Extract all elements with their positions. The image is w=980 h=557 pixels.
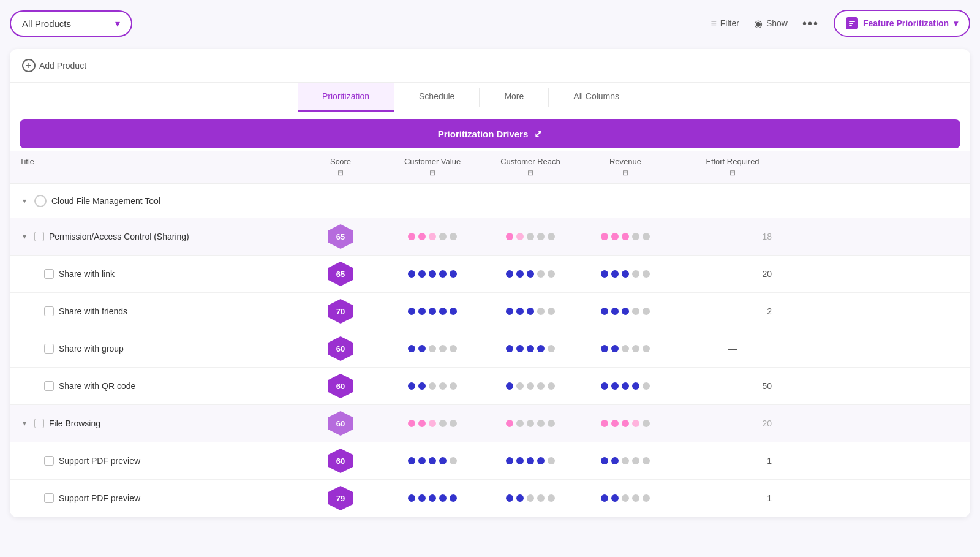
effort-cell: 1: [671, 450, 794, 472]
dot: [516, 457, 524, 464]
effort-filter-icon[interactable]: ⊟: [729, 169, 736, 177]
dot: [506, 345, 513, 352]
customer-value-dots: [383, 382, 481, 390]
tab-schedule[interactable]: Schedule: [394, 83, 479, 112]
dot: [601, 345, 608, 352]
dot: [418, 233, 426, 240]
customer-reach-dots: [481, 308, 579, 315]
dot: [632, 308, 639, 315]
row-checkbox[interactable]: [34, 419, 44, 428]
tab-more[interactable]: More: [480, 83, 548, 112]
revenue-filter-icon[interactable]: ⊟: [622, 169, 628, 177]
child-title-text: Share with QR code: [59, 381, 135, 391]
effort-value: 50: [681, 381, 784, 391]
feature-prioritization-button[interactable]: Feature Prioritization ▾: [834, 10, 970, 37]
table-row: Support PDF preview 60: [10, 442, 970, 480]
customer-value-filter-icon[interactable]: ⊟: [429, 169, 435, 177]
score-badge: 70: [328, 299, 353, 324]
child-title-text: Share with group: [59, 344, 124, 354]
dot: [450, 270, 457, 278]
customer-reach-dots: [481, 457, 579, 464]
row-checkbox[interactable]: [44, 381, 54, 391]
subgroup-title-text: File Browsing: [49, 419, 100, 428]
score-filter-icon[interactable]: ⊟: [337, 169, 344, 177]
customer-reach-dots: [481, 382, 579, 390]
subgroup-title-text: Permission/Access Control (Sharing): [49, 232, 189, 241]
row-checkbox[interactable]: [44, 306, 54, 316]
row-checkbox[interactable]: [44, 456, 54, 466]
score-cell: 79: [298, 480, 383, 517]
expand-icon[interactable]: ▾: [20, 419, 29, 428]
effort-cell: —: [671, 338, 794, 360]
main-content: + Add Product Prioritization Schedule Mo…: [10, 49, 970, 517]
show-label: Show: [766, 18, 788, 28]
dot: [429, 382, 436, 390]
dot: [527, 270, 534, 278]
child-title-text: Support PDF preview: [59, 493, 140, 503]
feature-prioritization-icon: [846, 17, 858, 29]
customer-reach-dots: [481, 233, 579, 240]
dot: [506, 382, 513, 390]
filter-action[interactable]: ≡ Filter: [710, 18, 739, 29]
show-action[interactable]: ◉ Show: [754, 18, 788, 29]
table-row: ▾ Permission/Access Control (Sharing) 65: [10, 218, 970, 256]
revenue-dots: [579, 308, 671, 315]
filter-label: Filter: [720, 18, 739, 28]
dot: [632, 270, 639, 278]
more-button[interactable]: •••: [802, 17, 819, 31]
col-customer-reach-label: Customer Reach: [500, 157, 560, 166]
effort-cell: 1: [671, 487, 794, 509]
app-container: All Products ▾ ≡ Filter ◉ Show •••: [0, 0, 980, 557]
expand-icon[interactable]: ▾: [20, 232, 29, 241]
group-title-text: Cloud File Management Tool: [51, 196, 160, 206]
product-dropdown[interactable]: All Products ▾: [10, 10, 132, 37]
score-badge: 60: [328, 374, 353, 398]
row-checkbox[interactable]: [44, 493, 54, 503]
score-cell: 70: [298, 293, 383, 330]
dot: [527, 420, 534, 427]
dot: [516, 233, 524, 240]
revenue-cell: [579, 195, 671, 207]
dot: [611, 270, 619, 278]
customer-reach-filter-icon[interactable]: ⊟: [527, 169, 533, 177]
dot: [548, 457, 555, 464]
tab-all-columns[interactable]: All Columns: [549, 83, 644, 112]
row-checkbox[interactable]: [44, 344, 54, 354]
dot: [439, 494, 447, 502]
table-row: Support PDF preview 79: [10, 480, 970, 517]
child-title-cell: Share with friends: [10, 300, 298, 322]
customer-reach-cell: [481, 195, 579, 207]
dot: [611, 494, 619, 502]
header: All Products ▾ ≡ Filter ◉ Show •••: [10, 10, 970, 37]
dot: [429, 420, 436, 427]
dot: [601, 420, 608, 427]
expand-icon[interactable]: ▾: [20, 196, 29, 206]
dot: [622, 233, 629, 240]
col-header-score: Score ⊟: [298, 151, 383, 183]
customer-value-dots: [383, 494, 481, 502]
dot: [439, 457, 447, 464]
effort-cell: 20: [671, 412, 794, 434]
dot: [548, 233, 555, 240]
dot: [622, 270, 629, 278]
score-badge: 60: [328, 449, 353, 473]
revenue-dots: [579, 457, 671, 464]
customer-value-dots: [383, 420, 481, 427]
row-checkbox[interactable]: [34, 232, 44, 241]
dot: [450, 345, 457, 352]
score-badge: 65: [328, 224, 353, 249]
dot: [643, 420, 650, 427]
svg-rect-0: [849, 21, 855, 22]
chevron-down-icon: ▾: [115, 18, 120, 29]
child-title-text: Share with friends: [59, 306, 127, 316]
child-title-text: Share with link: [59, 269, 115, 279]
dot: [439, 233, 447, 240]
add-product-button[interactable]: + Add Product: [22, 59, 86, 72]
revenue-dots: [579, 345, 671, 352]
prioritization-drivers-banner[interactable]: Prioritization Drivers ⤢: [20, 119, 960, 148]
tab-prioritization[interactable]: Prioritization: [298, 83, 394, 112]
col-customer-value-label: Customer Value: [404, 157, 461, 166]
dot: [611, 308, 619, 315]
dot: [450, 233, 457, 240]
row-checkbox[interactable]: [44, 269, 54, 279]
